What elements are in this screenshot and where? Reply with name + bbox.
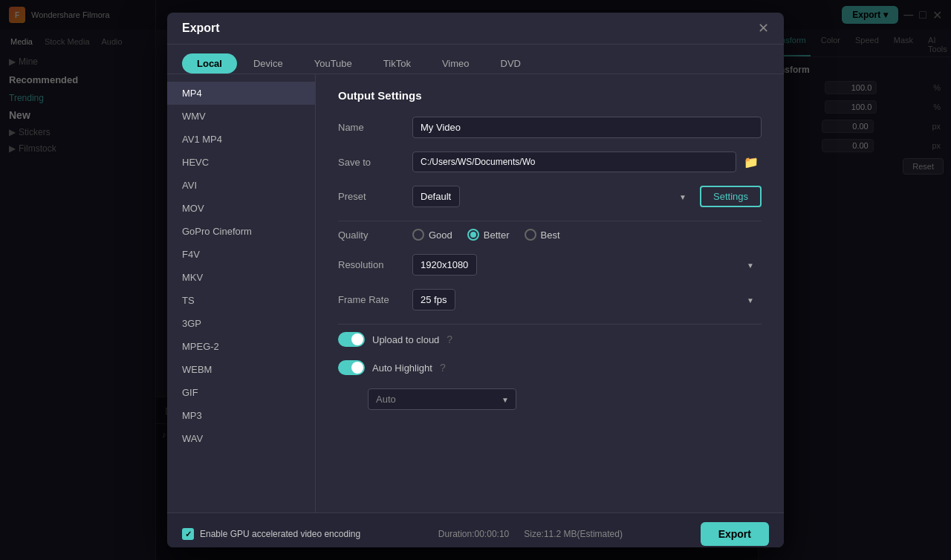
quality-options: Good Better Best bbox=[412, 229, 560, 241]
footer-info: Duration:00:00:10 Size:11.2 MB(Estimated… bbox=[438, 529, 623, 539]
auto-select-wrapper: Auto bbox=[368, 388, 516, 410]
format-3gp[interactable]: 3GP bbox=[167, 312, 315, 335]
gpu-checkbox-label: Enable GPU accelerated video encoding bbox=[200, 529, 360, 539]
quality-best-label: Best bbox=[541, 229, 560, 241]
preset-select[interactable]: Default bbox=[412, 186, 460, 207]
preset-controls: Default Settings bbox=[412, 186, 762, 207]
output-settings-title: Output Settings bbox=[338, 89, 762, 102]
format-mpeg2[interactable]: MPEG-2 bbox=[167, 335, 315, 358]
format-mp4[interactable]: MP4 bbox=[167, 82, 315, 105]
preset-row: Preset Default Settings bbox=[338, 186, 762, 207]
format-wmv[interactable]: WMV bbox=[167, 105, 315, 128]
upload-cloud-label: Upload to cloud bbox=[372, 334, 439, 345]
name-label: Name bbox=[338, 122, 412, 133]
format-hevc[interactable]: HEVC bbox=[167, 151, 315, 174]
auto-highlight-row: Auto Highlight ? bbox=[338, 360, 762, 375]
export-modal: Export ✕ Local Device YouTube TikTok Vim… bbox=[167, 13, 784, 547]
tab-youtube[interactable]: YouTube bbox=[299, 53, 367, 74]
format-av1mp4[interactable]: AV1 MP4 bbox=[167, 128, 315, 151]
format-wav[interactable]: WAV bbox=[167, 427, 315, 450]
tab-vimeo[interactable]: Vimeo bbox=[427, 53, 484, 74]
modal-title: Export bbox=[182, 22, 220, 35]
output-settings-panel: Output Settings Name Save to 📁 Prese bbox=[316, 74, 784, 512]
quality-row: Quality Good Better Best bbox=[338, 229, 762, 241]
quality-good-label: Good bbox=[429, 229, 452, 241]
upload-cloud-help-icon[interactable]: ? bbox=[447, 333, 452, 345]
auto-highlight-help-icon[interactable]: ? bbox=[440, 362, 446, 374]
format-mkv[interactable]: MKV bbox=[167, 266, 315, 289]
format-ts[interactable]: TS bbox=[167, 289, 315, 312]
format-mp3[interactable]: MP3 bbox=[167, 404, 315, 427]
frame-rate-label: Frame Rate bbox=[338, 294, 412, 305]
quality-better-label: Better bbox=[484, 229, 510, 241]
auto-select-container: Auto bbox=[338, 388, 762, 410]
format-avi[interactable]: AVI bbox=[167, 174, 315, 197]
quality-good[interactable]: Good bbox=[412, 229, 452, 241]
size-info: Size:11.2 MB(Estimated) bbox=[524, 529, 623, 539]
auto-highlight-toggle-row: Auto Highlight ? bbox=[338, 360, 446, 375]
format-gif[interactable]: GIF bbox=[167, 381, 315, 404]
gpu-checkbox-row: Enable GPU accelerated video encoding bbox=[182, 528, 360, 540]
save-to-row: Save to 📁 bbox=[338, 152, 762, 172]
quality-better[interactable]: Better bbox=[467, 229, 510, 241]
gpu-checkbox[interactable] bbox=[182, 528, 194, 540]
upload-cloud-toggle-row: Upload to cloud ? bbox=[338, 332, 452, 347]
divider2 bbox=[338, 324, 762, 325]
upload-cloud-toggle[interactable] bbox=[338, 332, 365, 347]
modal-header: Export ✕ bbox=[167, 13, 784, 45]
resolution-select[interactable]: 1920x1080 1280x720 720x480 bbox=[412, 254, 477, 276]
quality-label: Quality bbox=[338, 229, 412, 241]
frame-rate-select[interactable]: 25 fps 30 fps 60 fps bbox=[412, 289, 455, 310]
save-to-input-row: 📁 bbox=[412, 152, 762, 172]
divider1 bbox=[338, 221, 762, 221]
upload-cloud-row: Upload to cloud ? bbox=[338, 332, 762, 347]
resolution-select-wrapper: 1920x1080 1280x720 720x480 bbox=[412, 254, 762, 276]
auto-highlight-label: Auto Highlight bbox=[372, 362, 432, 374]
name-row: Name bbox=[338, 117, 762, 138]
tab-tiktok[interactable]: TikTok bbox=[369, 53, 426, 74]
resolution-row: Resolution 1920x1080 1280x720 720x480 bbox=[338, 254, 762, 276]
radio-good-icon bbox=[412, 229, 424, 241]
resolution-label: Resolution bbox=[338, 259, 412, 270]
modal-close-button[interactable]: ✕ bbox=[758, 22, 769, 35]
export-main-button[interactable]: Export bbox=[701, 522, 769, 546]
radio-better-icon bbox=[467, 229, 479, 241]
browse-folder-button[interactable]: 📁 bbox=[741, 152, 762, 172]
modal-overlay: Export ✕ Local Device YouTube TikTok Vim… bbox=[0, 0, 951, 560]
auto-highlight-toggle[interactable] bbox=[338, 360, 365, 375]
settings-button[interactable]: Settings bbox=[700, 186, 762, 207]
auto-select[interactable]: Auto bbox=[368, 388, 516, 410]
save-to-input[interactable] bbox=[412, 152, 736, 172]
format-gopro[interactable]: GoPro Cineform bbox=[167, 220, 315, 243]
tab-device[interactable]: Device bbox=[238, 53, 298, 74]
format-webm[interactable]: WEBM bbox=[167, 358, 315, 381]
format-f4v[interactable]: F4V bbox=[167, 243, 315, 266]
format-list: MP4 WMV AV1 MP4 HEVC AVI MOV GoPro Cinef… bbox=[167, 74, 316, 512]
preset-label: Preset bbox=[338, 191, 412, 202]
modal-tabs: Local Device YouTube TikTok Vimeo DVD bbox=[167, 45, 784, 74]
tab-local[interactable]: Local bbox=[182, 53, 237, 74]
preset-select-wrapper: Default bbox=[412, 186, 692, 207]
modal-footer: Enable GPU accelerated video encoding Du… bbox=[167, 512, 784, 547]
frame-rate-row: Frame Rate 25 fps 30 fps 60 fps bbox=[338, 289, 762, 310]
format-mov[interactable]: MOV bbox=[167, 197, 315, 220]
duration-info: Duration:00:00:10 bbox=[438, 529, 509, 539]
frame-rate-select-wrapper: 25 fps 30 fps 60 fps bbox=[412, 289, 762, 310]
quality-best[interactable]: Best bbox=[525, 229, 560, 241]
radio-best-icon bbox=[525, 229, 536, 241]
name-input[interactable] bbox=[412, 117, 762, 138]
tab-dvd[interactable]: DVD bbox=[486, 53, 536, 74]
modal-body: MP4 WMV AV1 MP4 HEVC AVI MOV GoPro Cinef… bbox=[167, 74, 784, 512]
save-to-label: Save to bbox=[338, 157, 412, 168]
